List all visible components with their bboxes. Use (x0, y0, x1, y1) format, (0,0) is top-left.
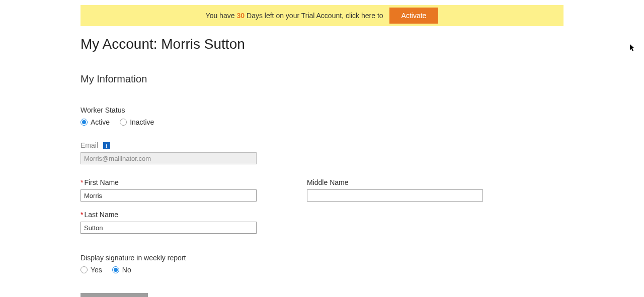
middle-name-field[interactable] (307, 189, 483, 202)
email-label-text: Email (80, 141, 98, 149)
page-content: My Account: Morris Sutton My Information… (80, 26, 564, 297)
radio-circle-icon (120, 119, 127, 126)
radio-active[interactable]: Active (80, 118, 110, 126)
radio-signature-no[interactable]: No (112, 266, 131, 274)
required-star-icon: * (80, 211, 83, 219)
page-title: My Account: Morris Sutton (80, 36, 564, 52)
activate-button[interactable]: Activate (389, 8, 439, 24)
first-name-label: *First Name (80, 178, 257, 186)
email-field (80, 152, 257, 164)
radio-circle-icon (80, 266, 88, 273)
required-star-icon: * (80, 178, 83, 186)
signature-group: Display signature in weekly report Yes N… (80, 254, 564, 274)
radio-circle-icon (112, 266, 119, 273)
setup-password-button[interactable]: Setup Password (80, 293, 148, 297)
radio-inactive-label: Inactive (130, 118, 154, 126)
radio-circle-icon (80, 119, 88, 126)
trial-pre-text: You have (206, 12, 235, 20)
email-label: Email i (80, 141, 564, 149)
last-name-group: *Last Name (80, 211, 564, 234)
trial-banner: You have 30 Days left on your Trial Acco… (80, 5, 564, 26)
middle-name-label: Middle Name (307, 178, 483, 186)
worker-status-radios: Active Inactive (80, 118, 564, 126)
first-name-label-text: First Name (84, 178, 118, 186)
signature-label: Display signature in weekly report (80, 254, 564, 262)
first-name-group: *First Name (80, 178, 257, 202)
radio-inactive[interactable]: Inactive (120, 118, 154, 126)
radio-active-label: Active (91, 118, 110, 126)
worker-status-group: Worker Status Active Inactive (80, 106, 564, 126)
cursor-icon (630, 44, 636, 54)
name-row: *First Name Middle Name (80, 178, 564, 211)
trial-days-count: 30 (236, 12, 245, 20)
radio-signature-yes[interactable]: Yes (80, 266, 102, 274)
radio-yes-label: Yes (91, 266, 102, 274)
worker-status-label: Worker Status (80, 106, 564, 114)
trial-post-text: Days left on your Trial Account, click h… (247, 12, 383, 20)
section-title: My Information (80, 73, 564, 85)
email-group: Email i (80, 141, 564, 164)
radio-no-label: No (122, 266, 131, 274)
last-name-label-text: Last Name (84, 211, 118, 219)
info-icon[interactable]: i (103, 142, 110, 149)
first-name-field[interactable] (80, 189, 257, 202)
last-name-field[interactable] (80, 222, 257, 234)
signature-radios: Yes No (80, 266, 564, 274)
middle-name-group: Middle Name (307, 178, 483, 202)
last-name-label: *Last Name (80, 211, 564, 219)
